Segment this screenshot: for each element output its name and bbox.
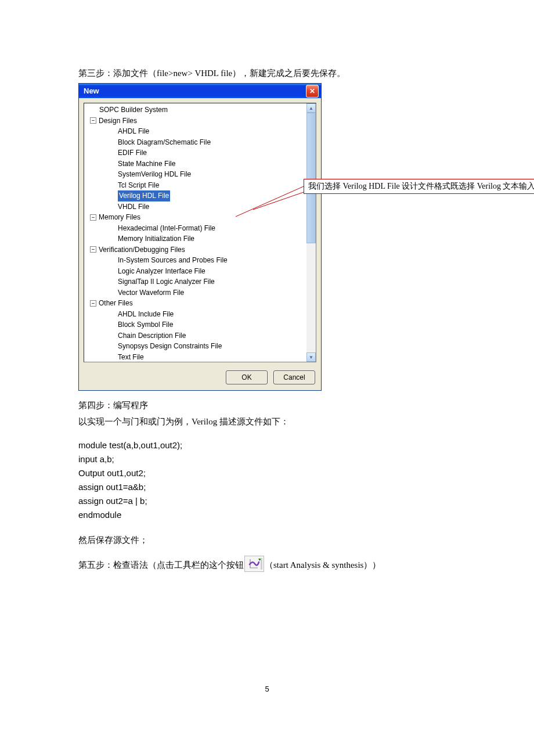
code-line: assign out2=a | b; — [78, 494, 456, 508]
cancel-button[interactable]: Cancel — [273, 370, 315, 384]
tree-item[interactable]: In-System Sources and Probes File — [85, 255, 316, 266]
tree-item[interactable]: Vector Waveform File — [85, 287, 316, 298]
tree-group-memory[interactable]: −Memory Files — [85, 212, 316, 223]
start-analysis-icon[interactable] — [244, 556, 264, 572]
code-line: module test(a,b,out1,out2); — [78, 438, 456, 452]
tree-item[interactable]: Tcl Script File — [85, 180, 316, 191]
code-line: input a,b; — [78, 452, 456, 466]
tree-item[interactable]: Logic Analyzer Interface File — [85, 266, 316, 277]
tree-item[interactable]: Block Symbol File — [85, 319, 316, 330]
verilog-code: module test(a,b,out1,out2); input a,b; O… — [78, 438, 456, 522]
tree-group-other[interactable]: −Other Files — [85, 298, 316, 309]
scroll-up-icon[interactable]: ▲ — [306, 103, 316, 113]
svg-rect-4 — [261, 558, 262, 570]
step5-prefix: 第五步：检查语法（点击工具栏的这个按钮 — [78, 560, 244, 570]
tree-item[interactable]: Memory Initialization File — [85, 233, 316, 244]
tree-item[interactable]: Synopsys Design Constraints File — [85, 341, 316, 352]
tree-item[interactable]: Chain Description File — [85, 330, 316, 341]
tree-item[interactable]: SignalTap II Logic Analyzer File — [85, 276, 316, 287]
callout-text: 我们选择 Verilog HDL File 设计文件格式既选择 Verilog … — [304, 179, 534, 194]
code-line: Output out1,out2; — [78, 466, 456, 480]
save-note: 然后保存源文件； — [78, 534, 456, 546]
tree-item[interactable]: EDIF File — [85, 147, 316, 159]
tree-item[interactable]: SystemVerilog HDL File — [85, 169, 316, 180]
step4-title: 第四步：编写程序 — [78, 399, 456, 412]
dialog-titlebar: New ✕ — [79, 84, 321, 98]
tree-item[interactable]: SOPC Builder System — [85, 105, 316, 116]
tree-item-verilog[interactable]: Verilog HDL File — [85, 190, 316, 201]
code-line: assign out1=a&b; — [78, 480, 456, 494]
tree-group-design[interactable]: −Design Files — [85, 116, 316, 127]
tree-item[interactable]: AHDL File — [85, 126, 316, 137]
tree-group-verify[interactable]: −Verification/Debugging Files — [85, 244, 316, 255]
code-line: endmodule — [78, 508, 456, 522]
tree-item[interactable]: AHDL Include File — [85, 309, 316, 320]
tree-item[interactable]: State Machine File — [85, 159, 316, 170]
scrollbar[interactable]: ▲ ▼ — [306, 103, 316, 362]
page-number: 5 — [78, 685, 456, 693]
tree-item[interactable]: Block Diagram/Schematic File — [85, 137, 316, 148]
step5-text: 第五步：检查语法（点击工具栏的这个按钮（start Analysis & syn… — [78, 558, 456, 574]
step3-text: 第三步：添加文件（file>new> VHDL file），新建完成之后要先保存… — [78, 67, 456, 80]
close-icon[interactable]: ✕ — [306, 85, 319, 98]
new-file-dialog: New ✕ SOPC Builder System −Design Files … — [78, 83, 322, 391]
step5-suffix: （start Analysis & synthesis）） — [265, 560, 381, 570]
tree-item[interactable]: Hexadecimal (Intel-Format) File — [85, 223, 316, 234]
step4-desc: 以实现一个与门和或门为例，Verilog 描述源文件如下： — [78, 415, 456, 428]
tree-item[interactable]: Text File — [85, 352, 316, 363]
dialog-title: New — [84, 87, 306, 95]
tree-item[interactable]: VHDL File — [85, 201, 316, 213]
scroll-thumb[interactable] — [306, 113, 316, 243]
ok-button[interactable]: OK — [226, 370, 268, 384]
scroll-down-icon[interactable]: ▼ — [306, 352, 316, 362]
file-type-tree[interactable]: SOPC Builder System −Design Files AHDL F… — [84, 103, 316, 362]
